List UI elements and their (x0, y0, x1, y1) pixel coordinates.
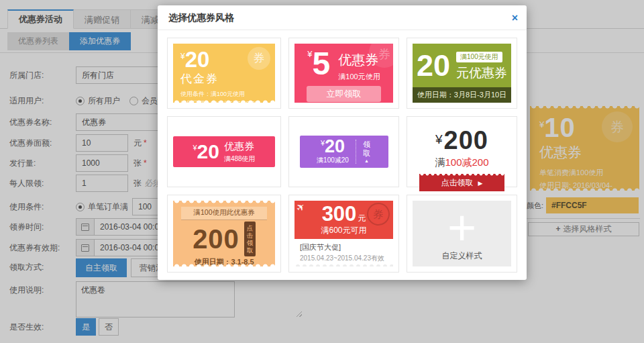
coupon-style-orange[interactable]: 满100使用此优惠券 200 点击领取 使用日期：3.1-8.5 (167, 195, 281, 273)
perforation-edge (173, 262, 275, 266)
modal-header: 选择优惠券风格 × (158, 5, 527, 30)
coupon-amount: ¥20 (317, 138, 349, 155)
click-claim-button[interactable]: 点击领取▶ (419, 174, 504, 191)
arrow-right-icon: ▶ (478, 180, 483, 187)
plus-icon: + (447, 203, 476, 253)
coupon-valid-range: 2015.04.23~2015.04.23有效 (300, 254, 388, 263)
modal-title: 选择优惠券风格 (168, 12, 234, 23)
custom-style-box: + 自定义样式 (413, 201, 511, 266)
claim-action-label: 领取 (362, 140, 371, 158)
coupon-date: 使用日期：3月8日-3月10日 (413, 87, 511, 103)
coupon-seal-icon: 券 (248, 47, 270, 70)
coupon-gold: ¥20 代金券 使用条件：满100元使用 使用日期：2015/05/06-08/… (173, 44, 275, 103)
perforation-edge (173, 201, 275, 205)
coupon-purple: ¥20 满100减20 领取 ▲ (300, 136, 388, 168)
coupon-style-pink[interactable]: 券 ¥5 优惠券 满100元使用 立即领取 (288, 38, 399, 109)
coupon-condition: 满488使用 (224, 154, 256, 164)
coupon-name: 代金券 (180, 71, 268, 87)
coupon-style-white-red[interactable]: ¥200 满100减200 点击领取▶ (407, 116, 517, 187)
coupon-green: 20 满100元使用 元优惠券 使用日期：3月8日-3月10日 (413, 44, 511, 103)
coupon-pink: 券 ¥5 优惠券 满100元使用 立即领取 (294, 44, 393, 103)
coupon-style-banner-pink[interactable]: ¥20 优惠券 满488使用 (167, 116, 281, 187)
coupon-amount: ¥200 (435, 126, 488, 155)
coupon-name: 元优惠券 (456, 64, 507, 82)
coupon-event-name: [国庆节大促] (300, 242, 388, 252)
coupon-condition: 满100减200 (435, 156, 488, 169)
coupon-amount: 20 (417, 48, 450, 83)
click-claim-badge[interactable]: 点击领取 (244, 222, 256, 256)
triangle-up-icon: ▲ (362, 158, 371, 163)
coupon-condition: 满100使用此优惠券 (181, 207, 267, 220)
coupon-condition-tag: 满100元使用 (456, 52, 502, 62)
coupon-banner-pink: ¥20 优惠券 满488使用 (173, 136, 275, 167)
coupon-condition: 满600元可用 (321, 225, 366, 236)
perforation-edge (419, 174, 504, 177)
coupon-condition: 满100减20 (317, 156, 349, 165)
coupon-style-custom[interactable]: + 自定义样式 (407, 195, 517, 273)
coupon-amount: ¥5 (307, 48, 330, 82)
coupon-style-grid: ¥20 代金券 使用条件：满100元使用 使用日期：2015/05/06-08/… (158, 30, 527, 280)
coupon-style-red-event[interactable]: ✈ 券 300元 满600元可用 [国庆节大促] 2015.04.23~2015… (288, 195, 399, 273)
coupon-amount: 300元 (322, 204, 366, 224)
perforation-edge (173, 98, 275, 103)
coupon-style-modal: 选择优惠券风格 × ¥20 代金券 使用条件：满100元使用 使用日期：2015… (158, 5, 527, 280)
close-icon[interactable]: × (512, 5, 518, 30)
coupon-style-green[interactable]: 20 满100元使用 元优惠券 使用日期：3月8日-3月10日 (407, 38, 517, 109)
coupon-condition: 满100元使用 (338, 72, 380, 82)
page: 优惠券活动 满赠促销 满减促销 优惠券列表 添加优惠券 所属门店: 所有门店 适… (0, 0, 644, 343)
coupon-orange: 满100使用此优惠券 200 点击领取 使用日期：3.1-8.5 (173, 201, 275, 266)
coupon-style-purple[interactable]: ¥20 满100减20 领取 ▲ (288, 116, 399, 187)
claim-now-button[interactable]: 立即领取 (307, 86, 382, 102)
paper-plane-icon: ✈ (294, 200, 308, 215)
coupon-amount: ¥20 (193, 140, 219, 163)
coupon-seal-icon: 券 (365, 201, 391, 227)
custom-style-label: 自定义样式 (413, 250, 511, 262)
dotted-divider (356, 140, 356, 164)
coupon-style-gold[interactable]: ¥20 代金券 使用条件：满100元使用 使用日期：2015/05/06-08/… (167, 38, 281, 109)
coupon-name: 优惠券 (224, 140, 256, 153)
coupon-amount: 200 (193, 224, 239, 254)
coupon-red-event: ✈ 券 300元 满600元可用 [国庆节大促] 2015.04.23~2015… (294, 201, 393, 266)
coupon-white-red: ¥200 满100减200 点击领取▶ (413, 122, 511, 181)
perforation-edge (294, 262, 393, 266)
